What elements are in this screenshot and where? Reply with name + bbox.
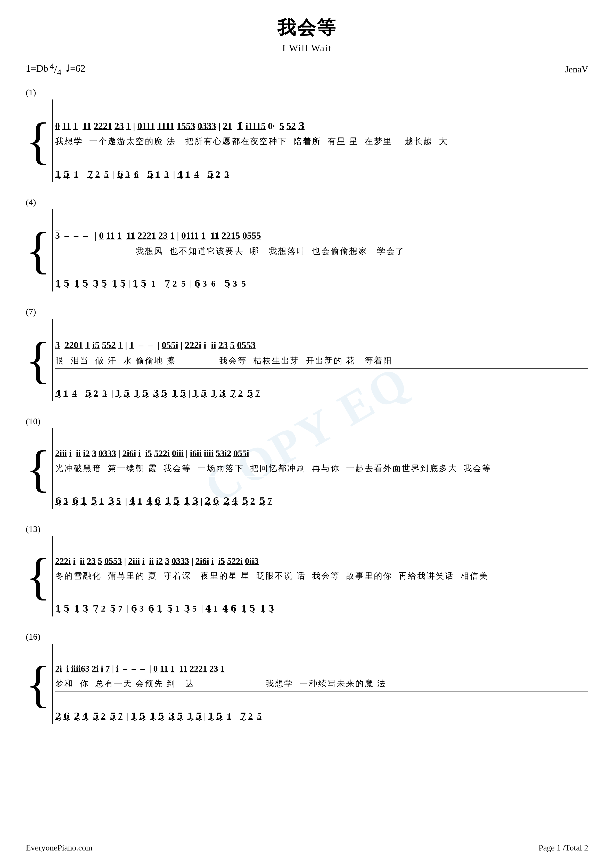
main-title: 我会等 xyxy=(26,16,588,40)
footer-right: Page 1 /Total 2 xyxy=(539,843,588,852)
key-tempo: 1=Db4/4 ♩=62 xyxy=(26,61,85,78)
subtitle: I Will Wait xyxy=(26,43,588,54)
lyrics-7: 眼 泪当 做 汗 水 偷偷地 擦 我会等 枯枝生出芽 开出新的 花 等着阳 xyxy=(55,354,588,367)
melody-13: 222i i ii 23 5 0553 | 2iii i ii i2 3 033… xyxy=(55,536,588,569)
time-sig: 4/4 xyxy=(50,64,61,75)
bass-16: 2̣ 6̣ 2̣ 4̣ 5̣ 2 5̣ 7 | 1̣ 5̣ 1̣ 5̣ 3̣ 5… xyxy=(55,693,588,724)
staff-1-wrapper: { 0 11 1 11 2221 23 1 | 0111 1111 1553 0… xyxy=(26,99,588,182)
section-4: (4) { 3 – – – | 0 11 1 11 2221 23 1 | 01… xyxy=(26,197,588,291)
staff-13-content: 222i i ii 23 5 0553 | 2iii i ii i2 3 033… xyxy=(52,536,588,617)
lyrics-16: 梦和 你 总有一天 会预先 到 达 我想学 一种续写未来的魔 法 xyxy=(55,677,588,690)
brace-1: { xyxy=(26,99,51,182)
bass-7: 4̣ 1 4 5̣ 2 3 | 1̣ 5̣ 1̣ 5̣ 3̣ 5̣ 1̣ 5̣ … xyxy=(55,370,588,401)
section-7: (7) { 3 2201 1 i5 552 1 | 1 – – | 055i |… xyxy=(26,307,588,401)
section-13-number: (13) xyxy=(26,524,588,534)
staff-1-content: 0 11 1 11 2221 23 1 | 0111 1111 1553 033… xyxy=(52,99,588,182)
brace-10: { xyxy=(26,428,51,509)
section-1: (1) { 0 11 1 11 2221 23 1 | 0111 1111 15… xyxy=(26,88,588,182)
brace-16: { xyxy=(26,644,51,724)
staff-4-wrapper: { 3 – – – | 0 11 1 11 2221 23 1 | 0111 1… xyxy=(26,209,588,291)
section-4-number: (4) xyxy=(26,197,588,207)
lyrics-4: 我想风 也不知道它该要去 哪 我想落叶 也会偷偷想家 学会了 xyxy=(55,245,588,258)
composer: JenaV xyxy=(565,64,588,75)
divider-16 xyxy=(55,691,588,691)
staff-16-wrapper: { 2i i iiii63 2i i 7 | i – – – | 0 11 1 … xyxy=(26,644,588,724)
lyrics-13: 冬的雪融化 蒲苒里的 夏 守着深 夜里的星 星 眨眼不说 话 我会等 故事里的你… xyxy=(55,569,588,583)
staff-10-wrapper: { 2iii i ii i2 3 0333 | 2i6i i i5 522i 0… xyxy=(26,428,588,509)
bass-10: 6̣ 3 6̣ 1̣ 5̣ 1 3̣ 5 | 4̣ 1 4̣ 6̣ 1̣ 5̣ … xyxy=(55,477,588,509)
melody-10: 2iii i ii i2 3 0333 | 2i6i i i5 522i 0ii… xyxy=(55,428,588,462)
section-13: (13) { 222i i ii 23 5 0553 | 2iii i ii i… xyxy=(26,524,588,617)
bass-1: 1̣ 5̣ 1 7̣ 2 5 | 6̣ 3 6 5̣ 1 3 | 4̣ 1 4 … xyxy=(55,150,588,182)
melody-16: 2i i iiii63 2i i 7 | i – – – | 0 11 1 11… xyxy=(55,644,588,677)
footer: EveryonePiano.com Page 1 /Total 2 xyxy=(26,843,588,852)
section-10-number: (10) xyxy=(26,417,588,426)
divider-4 xyxy=(55,259,588,259)
brace-13: { xyxy=(26,536,51,617)
staff-10-content: 2iii i ii i2 3 0333 | 2i6i i i5 522i 0ii… xyxy=(52,428,588,509)
bass-13: 1̣ 5̣ 1̣ 3̣ 7̣ 2 5̣ 7 | 6̣ 3 6̣ 1̣ 5̣ 1 … xyxy=(55,585,588,617)
section-10: (10) { 2iii i ii i2 3 0333 | 2i6i i i5 5… xyxy=(26,417,588,509)
section-7-number: (7) xyxy=(26,307,588,317)
brace-4: { xyxy=(26,209,51,291)
staff-13-wrapper: { 222i i ii 23 5 0553 | 2iii i ii i2 3 0… xyxy=(26,536,588,617)
section-16: (16) { 2i i iiii63 2i i 7 | i – – – | 0 … xyxy=(26,632,588,724)
lyrics-1: 我想学 一个遨游太空的魔 法 把所有心愿都在夜空种下 陪着所 有星 星 在梦里 … xyxy=(55,135,588,148)
melody-7: 3 2201 1 i5 552 1 | 1 – – | 055i | 222i … xyxy=(55,319,588,354)
bass-4: 1̣ 5̣ 1̣ 5̣ 3̣ 5̣ 1̣ 5̣ | 1̣ 5̣ 1 7̣ 2 5… xyxy=(55,260,588,291)
divider-1 xyxy=(55,149,588,149)
divider-10 xyxy=(55,476,588,476)
staff-4-content: 3 – – – | 0 11 1 11 2221 23 1 | 0111 1 1… xyxy=(52,209,588,291)
section-1-number: (1) xyxy=(26,88,588,98)
section-16-number: (16) xyxy=(26,632,588,642)
melody-1: 0 11 1 11 2221 23 1 | 0111 1111 1553 033… xyxy=(55,99,588,135)
melody-4: 3 – – – | 0 11 1 11 2221 23 1 | 0111 1 1… xyxy=(55,209,588,245)
tempo-label: ♩=62 xyxy=(65,63,85,74)
divider-7 xyxy=(55,368,588,369)
key-label: 1=Db xyxy=(26,63,48,74)
staff-16-content: 2i i iiii63 2i i 7 | i – – – | 0 11 1 11… xyxy=(52,644,588,724)
staff-7-wrapper: { 3 2201 1 i5 552 1 | 1 – – | 055i | 222… xyxy=(26,319,588,401)
title-section: 我会等 I Will Wait xyxy=(26,16,588,54)
footer-left: EveryonePiano.com xyxy=(26,843,93,852)
lyrics-10: 光冲破黑暗 第一缕朝 霞 我会等 一场雨落下 把回忆都冲刷 再与你 一起去看外面… xyxy=(55,462,588,475)
header-row: 1=Db4/4 ♩=62 JenaV xyxy=(26,61,588,78)
divider-13 xyxy=(55,584,588,584)
brace-7: { xyxy=(26,319,51,401)
staff-7-content: 3 2201 1 i5 552 1 | 1 – – | 055i | 222i … xyxy=(52,319,588,401)
